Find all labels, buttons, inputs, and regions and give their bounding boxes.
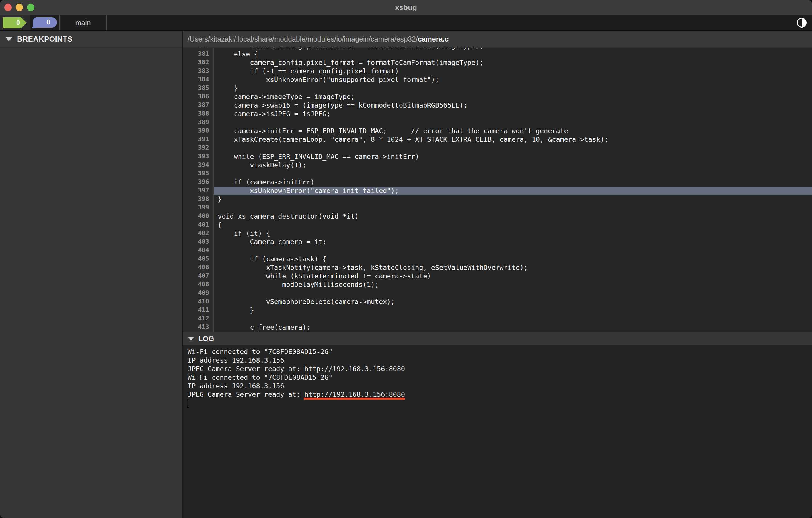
log-url[interactable]: http://192.168.3.156:8080: [304, 365, 405, 373]
code-line: Camera camera = it;: [214, 238, 812, 247]
line-number[interactable]: 381: [183, 50, 213, 59]
code-line: [214, 247, 812, 255]
line-number[interactable]: 413: [183, 323, 213, 332]
code-editor: 3803813823833843853863873883893903913923…: [183, 48, 812, 332]
breakpoints-count-tab[interactable]: 0: [0, 15, 30, 30]
tab-main[interactable]: main: [60, 15, 106, 30]
line-number[interactable]: 392: [183, 144, 213, 152]
line-number[interactable]: 394: [183, 161, 213, 170]
line-number[interactable]: 402: [183, 229, 213, 238]
line-number[interactable]: 388: [183, 110, 213, 118]
code-line: camera_config.pixel_format = formatToCam…: [214, 48, 812, 50]
code-line: camera->isJPEG = isJPEG;: [214, 110, 812, 118]
line-number[interactable]: 384: [183, 76, 213, 84]
line-number[interactable]: 383: [183, 67, 213, 76]
code-line: if (camera->task) {: [214, 255, 812, 264]
breakpoint-flag-icon: 0: [3, 17, 27, 28]
code-line: [214, 118, 812, 127]
main-split: BREAKPOINTS /Users/kitazaki/.local/share…: [0, 31, 812, 518]
line-number[interactable]: 408: [183, 281, 213, 289]
line-number[interactable]: 386: [183, 93, 213, 101]
zoom-window-button[interactable]: [27, 4, 34, 11]
code-line: camera->swap16 = (imageType == kCommodet…: [214, 101, 812, 110]
log-cursor: [187, 400, 188, 407]
window-title: xsbug: [395, 3, 417, 12]
line-number[interactable]: 395: [183, 170, 213, 178]
line-number[interactable]: 380: [183, 48, 213, 50]
contrast-icon: [796, 17, 807, 28]
breakpoints-list: [0, 48, 182, 518]
line-number[interactable]: 403: [183, 238, 213, 247]
code-line: c_free(camera);: [214, 323, 812, 332]
breakpoints-panel: BREAKPOINTS: [0, 31, 182, 518]
code-line: [214, 315, 812, 323]
file-name: camera.c: [418, 35, 448, 43]
line-number[interactable]: 398: [183, 195, 213, 204]
title-bar: xsbug: [0, 0, 812, 15]
line-number[interactable]: 391: [183, 136, 213, 144]
line-number[interactable]: 385: [183, 84, 213, 93]
line-number[interactable]: 389: [183, 118, 213, 127]
line-number[interactable]: 411: [183, 306, 213, 315]
code-line: }: [214, 306, 812, 315]
line-number[interactable]: 407: [183, 272, 213, 281]
code-line: camera->initErr = ESP_ERR_INVALID_MAC; /…: [214, 127, 812, 136]
code-line: while (kStateTerminated != camera->state…: [214, 272, 812, 281]
minimize-window-button[interactable]: [16, 4, 23, 11]
code-line: else {: [214, 50, 812, 59]
bubbles-count: 0: [47, 19, 50, 26]
bubble-icon: 0: [31, 17, 57, 28]
breakpoints-count: 0: [16, 19, 20, 27]
line-number[interactable]: 400: [183, 212, 213, 221]
line-number[interactable]: 399: [183, 204, 213, 212]
breakpoints-header[interactable]: BREAKPOINTS: [0, 31, 182, 48]
log-line: Wi-Fi connected to "7C8FDE08AD15-2G": [187, 348, 812, 356]
code-line: {: [214, 221, 812, 229]
line-number[interactable]: 410: [183, 298, 213, 306]
code-line: modDelayMilliseconds(1);: [214, 281, 812, 289]
close-window-button[interactable]: [4, 4, 12, 11]
line-number[interactable]: 412: [183, 315, 213, 323]
line-number[interactable]: 396: [183, 178, 213, 187]
code-line: while (ESP_ERR_INVALID_MAC == camera->in…: [214, 152, 812, 161]
line-number[interactable]: 406: [183, 264, 213, 272]
line-number[interactable]: 387: [183, 101, 213, 110]
log-header[interactable]: LOG: [183, 332, 812, 346]
line-number[interactable]: 401: [183, 221, 213, 229]
line-number[interactable]: 397: [183, 187, 213, 195]
line-number[interactable]: 405: [183, 255, 213, 264]
right-column: /Users/kitazaki/.local/share/moddable/mo…: [183, 31, 812, 518]
line-number[interactable]: 409: [183, 289, 213, 298]
log-console: Wi-Fi connected to "7C8FDE08AD15-2G"IP a…: [183, 346, 812, 518]
code-line: camera->imageType = imageType;: [214, 93, 812, 101]
code-line: xTaskNotify(camera->task, kStateClosing,…: [214, 264, 812, 272]
line-number[interactable]: 382: [183, 59, 213, 67]
code-line: void xs_camera_destructor(void *it): [214, 212, 812, 221]
code-line-highlighted: xsUnknownError("camera init failed");: [214, 187, 812, 195]
code-line: }: [214, 84, 812, 93]
code-line: [214, 170, 812, 178]
code-line: xTaskCreate(cameraLoop, "camera", 8 * 10…: [214, 136, 812, 144]
theme-toggle-button[interactable]: [793, 15, 810, 30]
collapse-triangle-icon: [6, 37, 12, 41]
tabbar-spacer: [107, 15, 793, 30]
line-number[interactable]: 393: [183, 152, 213, 161]
bubbles-count-tab[interactable]: 0: [30, 15, 59, 30]
log-line: JPEG Camera Server ready at: http://192.…: [187, 365, 812, 373]
log-title: LOG: [198, 335, 214, 343]
tab-bar: 0 0 main: [0, 15, 812, 31]
traffic-lights: [4, 4, 34, 11]
file-path-bar: /Users/kitazaki/.local/share/moddable/mo…: [183, 31, 812, 48]
line-number[interactable]: 404: [183, 247, 213, 255]
line-number[interactable]: 390: [183, 127, 213, 136]
code-line: [214, 144, 812, 152]
log-url-underlined[interactable]: http://192.168.3.156:8080: [304, 391, 405, 399]
gutter: 3803813823833843853863873883893903913923…: [183, 48, 214, 332]
xsbug-window: xsbug 0 0 main: [0, 0, 812, 518]
code-line: }: [214, 195, 812, 204]
log-text: JPEG Camera Server ready at:: [187, 365, 304, 373]
breakpoints-title: BREAKPOINTS: [17, 35, 72, 44]
code-line: [214, 204, 812, 212]
code-line: if (it) {: [214, 229, 812, 238]
collapse-triangle-icon: [188, 337, 194, 341]
